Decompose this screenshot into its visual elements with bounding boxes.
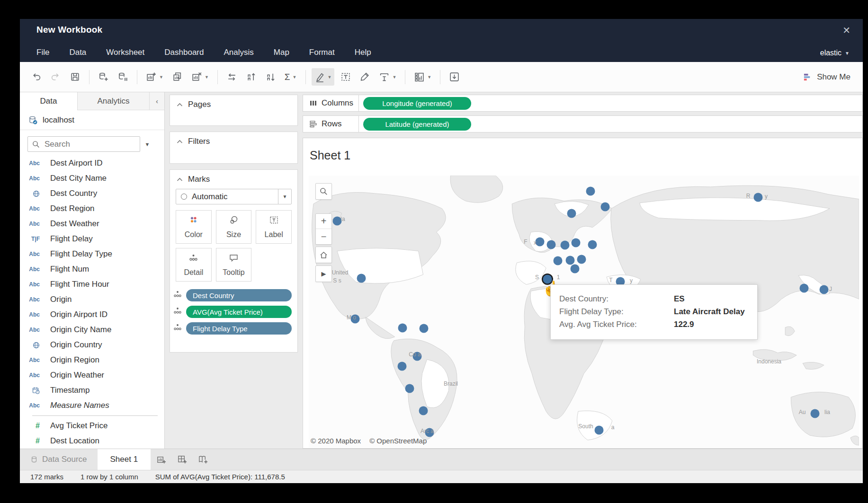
map-mark[interactable] — [547, 240, 556, 249]
map-mark[interactable] — [561, 241, 570, 250]
label-button[interactable]: Label — [256, 210, 292, 244]
tab-sheet-1[interactable]: Sheet 1 — [98, 449, 151, 470]
map-mark[interactable] — [567, 209, 576, 218]
map-mark[interactable] — [577, 255, 586, 264]
totals-button[interactable]: Σ▼ — [282, 69, 300, 85]
map-mark[interactable] — [820, 285, 829, 294]
mark-type-select[interactable]: Automatic ▼ — [176, 189, 292, 204]
close-icon[interactable]: ✕ — [842, 26, 850, 35]
sort-ascending-button[interactable] — [243, 68, 260, 86]
mapbox-attribution[interactable]: © 2020 Mapbox — [311, 437, 361, 445]
map-search-button[interactable] — [315, 183, 332, 200]
rows-pill[interactable]: Latitude (generated) — [363, 118, 471, 131]
new-data-source-button[interactable] — [95, 68, 112, 86]
field-measure-names[interactable]: AbcMeasure Names — [20, 398, 164, 413]
new-story-button[interactable] — [192, 449, 213, 470]
map-mark[interactable] — [588, 240, 597, 249]
pill-dest-country[interactable]: Dest Country — [186, 289, 292, 301]
field-flight-delay[interactable]: T|FFlight Delay — [20, 231, 164, 247]
map-mark[interactable] — [398, 362, 407, 371]
field-flight-num[interactable]: AbcFlight Num — [20, 262, 164, 277]
color-button[interactable]: Color — [176, 210, 212, 244]
columns-shelf[interactable]: Columns Longitude (generated) — [303, 95, 863, 112]
field-origin-weather[interactable]: AbcOrigin Weather — [20, 368, 164, 383]
collapse-pane-icon[interactable]: ‹ — [150, 92, 164, 110]
map-mark[interactable] — [398, 324, 407, 333]
download-button[interactable] — [446, 68, 463, 86]
fit-axes-button[interactable]: ▼ — [376, 68, 399, 86]
map-mark[interactable] — [800, 284, 809, 293]
field-origin-city-name[interactable]: AbcOrigin City Name — [20, 322, 164, 337]
map-mark[interactable] — [554, 256, 563, 265]
user-menu[interactable]: elastic ▼ — [820, 49, 850, 57]
new-dashboard-button[interactable] — [171, 449, 192, 470]
tooltip-button[interactable]: Tooltip — [216, 248, 252, 282]
map-viz[interactable]: + − ▶ laUnitedS sM oCo aBrazilArc aIndon… — [309, 176, 859, 448]
field-dest-airport-id[interactable]: AbcDest Airport ID — [20, 156, 164, 171]
map-mark[interactable] — [601, 203, 610, 212]
map-mark[interactable] — [572, 238, 581, 247]
pause-auto-updates-button[interactable] — [115, 68, 131, 86]
tab-analytics[interactable]: Analytics — [78, 92, 150, 110]
zoom-out-button[interactable]: − — [316, 229, 331, 244]
field-flight-delay-type[interactable]: AbcFlight Delay Type — [20, 247, 164, 262]
map-mark[interactable] — [405, 384, 414, 393]
zoom-in-button[interactable]: + — [316, 214, 331, 229]
map-mark[interactable] — [595, 426, 604, 435]
show-me-button[interactable]: Show Me — [803, 72, 863, 82]
columns-pill[interactable]: Longitude (generated) — [363, 97, 471, 110]
undo-button[interactable] — [28, 68, 45, 86]
highlight-button[interactable]: ▼ — [312, 68, 335, 86]
field-origin-airport-id[interactable]: AbcOrigin Airport ID — [20, 307, 164, 322]
tab-data-source[interactable]: Data Source — [20, 449, 98, 470]
field-dest-location[interactable]: #Dest Location — [20, 433, 164, 449]
map-mark[interactable] — [586, 187, 595, 196]
chevron-down-icon[interactable]: ▼ — [278, 189, 291, 204]
new-worksheet-button[interactable] — [151, 449, 171, 470]
map-mark[interactable] — [811, 409, 820, 418]
field-dest-region[interactable]: AbcDest Region — [20, 201, 164, 216]
menu-item-analysis[interactable]: Analysis — [224, 48, 253, 57]
menu-item-help[interactable]: Help — [355, 48, 371, 57]
pages-card[interactable]: Pages — [170, 95, 298, 126]
filters-card[interactable]: Filters — [170, 132, 298, 164]
save-button[interactable] — [67, 68, 83, 86]
map-mark[interactable] — [754, 193, 763, 202]
map-mark[interactable] — [566, 256, 575, 265]
duplicate-sheet-button[interactable] — [169, 68, 186, 86]
detail-button[interactable]: Detail — [176, 248, 212, 282]
map-mark[interactable] — [357, 274, 366, 283]
menu-item-map[interactable]: Map — [274, 48, 289, 57]
field-avg-ticket-price[interactable]: #Avg Ticket Price — [20, 418, 164, 433]
field-origin-region[interactable]: AbcOrigin Region — [20, 353, 164, 368]
field-dest-city-name[interactable]: AbcDest City Name — [20, 171, 164, 186]
pill-flight-delay-type[interactable]: Flight Delay Type — [186, 322, 292, 335]
size-button[interactable]: Size — [216, 210, 252, 244]
search-box[interactable] — [27, 136, 140, 152]
fit-view-button[interactable]: ▼ — [411, 68, 434, 86]
map-mark[interactable] — [536, 238, 545, 247]
menu-item-format[interactable]: Format — [309, 48, 335, 57]
field-dest-weather[interactable]: AbcDest Weather — [20, 216, 164, 231]
pill-avg-avg-ticket-price-[interactable]: AVG(Avg Ticket Price) — [186, 306, 292, 318]
clear-sheet-button[interactable]: ▼ — [188, 68, 212, 86]
redo-button[interactable] — [47, 68, 64, 86]
map-mark[interactable] — [571, 265, 580, 274]
search-input[interactable] — [44, 139, 124, 150]
field-origin-country[interactable]: Origin Country — [20, 337, 164, 353]
field-flight-time-hour[interactable]: AbcFlight Time Hour — [20, 277, 164, 292]
menu-item-file[interactable]: File — [36, 48, 49, 57]
new-worksheet-button[interactable]: ▼ — [143, 68, 166, 86]
map-mark[interactable] — [420, 324, 429, 333]
search-options-icon[interactable]: ▼ — [140, 141, 154, 147]
format-workbook-button[interactable] — [357, 68, 373, 86]
rows-shelf[interactable]: Rows Latitude (generated) — [303, 115, 863, 132]
swap-rows-columns-button[interactable] — [224, 68, 240, 86]
menu-item-data[interactable]: Data — [69, 48, 86, 57]
field-timestamp[interactable]: Timestamp — [20, 383, 164, 398]
map-more-controls-button[interactable]: ▶ — [315, 265, 332, 282]
field-origin[interactable]: AbcOrigin — [20, 292, 164, 307]
osm-attribution[interactable]: © OpenStreetMap — [369, 437, 427, 445]
tab-data[interactable]: Data — [20, 92, 78, 110]
data-source-connection[interactable]: localhost — [20, 110, 164, 130]
